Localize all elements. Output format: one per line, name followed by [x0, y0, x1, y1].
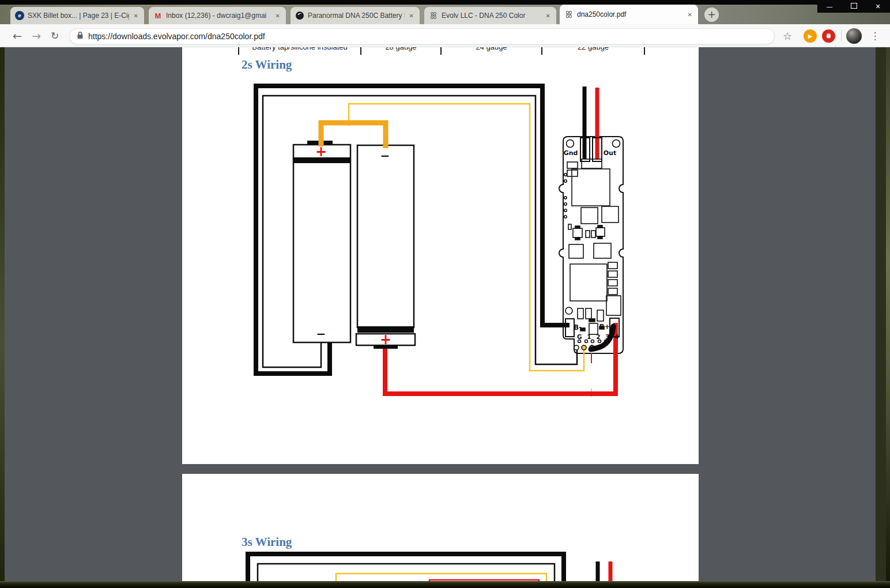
tab-paranormal-dna250c[interactable]: Paranormal DNA 250C Battery Is ✕	[291, 7, 420, 24]
maximize-icon	[851, 3, 857, 9]
browser-menu-icon[interactable]: ⋮	[867, 24, 883, 47]
toolbar-separator	[841, 30, 842, 42]
tab-strip: e SXK Billet box... | Page 23 | E-Ciga ✕…	[0, 5, 890, 24]
tab-title: Inbox (12,236) - dwcraig1@gmai	[166, 12, 271, 20]
board-bplus-label: B+	[599, 323, 610, 331]
battery-left-negative-label: −	[316, 327, 326, 341]
forward-button[interactable]: →	[27, 24, 46, 47]
desktop-wallpaper-right-edge	[886, 47, 890, 581]
ecf-forum-icon: e	[15, 11, 24, 20]
url-text[interactable]: https://downloads.evolvapor.com/dna250co…	[88, 32, 265, 41]
address-bar[interactable]: https://downloads.evolvapor.com/dna250co…	[69, 28, 775, 44]
tab-gmail-inbox[interactable]: M Inbox (12,236) - dwcraig1@gmai ✕	[149, 7, 286, 24]
extension-play-icon[interactable]: ▶	[804, 29, 817, 43]
tab-close-icon[interactable]: ✕	[274, 12, 281, 20]
profile-avatar[interactable]	[846, 28, 862, 44]
atom-icon	[564, 10, 574, 19]
board-gnd-label: Gnd	[564, 149, 578, 157]
tab-evolv-llc[interactable]: Evolv LLC - DNA 250 Color ✕	[424, 7, 556, 24]
globe-icon	[295, 11, 304, 20]
battery-right-negative-label: −	[380, 149, 390, 163]
gmail-icon: M	[153, 11, 163, 20]
wire-black-inner	[258, 564, 555, 581]
tab-dna250color-pdf-active[interactable]: dna250color.pdf ✕	[560, 5, 698, 24]
new-tab-button[interactable]: +	[704, 7, 719, 22]
reload-button[interactable]: ↻	[46, 24, 64, 47]
browser-toolbar: ← → ↻ https://downloads.evolvapor.com/dn…	[0, 24, 890, 47]
minimize-button[interactable]: —	[821, 3, 838, 10]
tab-close-icon[interactable]: ✕	[687, 10, 693, 19]
close-window-button[interactable]: ✕	[869, 3, 887, 10]
desktop-wallpaper-left-edge	[0, 47, 5, 581]
pdf-viewer: Battery tap/silicone insulated 28 gauge …	[5, 47, 876, 581]
tab-title: Evolv LLC - DNA 250 Color	[442, 12, 541, 20]
extension-adblock-hand-icon[interactable]	[822, 29, 835, 43]
atom-icon	[429, 11, 438, 20]
battery-right-positive-label: +	[380, 331, 391, 348]
back-button[interactable]: ←	[8, 24, 27, 47]
tab-close-icon[interactable]: ✕	[408, 12, 415, 20]
3s-wiring-diagram-partial	[182, 474, 699, 581]
pdf-page-1: Battery tap/silicone insulated 28 gauge …	[182, 47, 699, 464]
desktop-wallpaper-bottom-edge	[0, 581, 890, 588]
tab-sxk-billet-box[interactable]: e SXK Billet box... | Page 23 | E-Ciga ✕	[10, 7, 144, 24]
window-controls: — ✕	[817, 0, 890, 13]
battery-right: − +	[356, 145, 415, 349]
tab-close-icon[interactable]: ✕	[545, 12, 552, 20]
wire-black-outer	[248, 554, 564, 581]
2s-wiring-diagram: + − − +	[182, 47, 699, 464]
maximize-button[interactable]	[845, 3, 862, 10]
window-title-bar	[0, 0, 890, 5]
tab-title: Paranormal DNA 250C Battery Is	[308, 12, 405, 20]
tab-close-icon[interactable]: ✕	[133, 12, 139, 20]
tab-title: SXK Billet box... | Page 23 | E-Ciga	[28, 12, 129, 20]
tab-title: dna250color.pdf	[577, 10, 683, 18]
bookmark-star-icon[interactable]: ☆	[780, 24, 795, 47]
battery-left: + −	[293, 141, 350, 342]
board-bminus-label: B-	[574, 323, 582, 331]
board-out-label: Out	[604, 149, 616, 157]
pdf-page-2: 3s Wiring	[182, 474, 699, 581]
wire-red-inner	[429, 580, 539, 581]
https-lock-icon[interactable]	[77, 31, 84, 42]
